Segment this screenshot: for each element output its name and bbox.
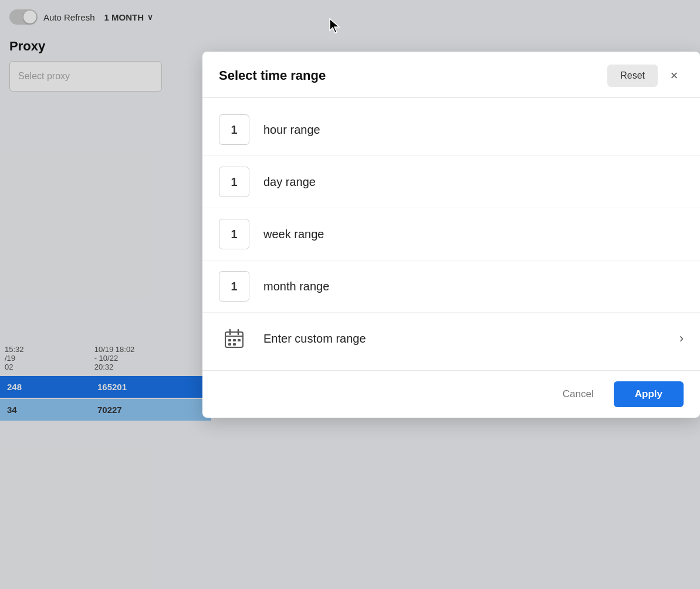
modal-title: Select time range xyxy=(219,68,326,83)
hour-range-label: hour range xyxy=(263,123,320,137)
month-range-label: month range xyxy=(263,280,329,293)
modal-header: Select time range Reset × xyxy=(202,52,700,98)
cancel-button[interactable]: Cancel xyxy=(552,382,604,406)
modal-body: 1 hour range 1 day range 1 week range 1 … xyxy=(202,98,700,370)
close-button[interactable]: × xyxy=(665,66,684,85)
hour-range-value[interactable]: 1 xyxy=(219,114,249,145)
svg-rect-7 xyxy=(228,343,231,346)
svg-rect-4 xyxy=(228,339,231,341)
hour-range-row[interactable]: 1 hour range xyxy=(202,104,700,156)
custom-range-content: Enter custom range › xyxy=(263,331,684,346)
svg-rect-6 xyxy=(238,339,241,341)
apply-button[interactable]: Apply xyxy=(614,381,684,407)
svg-rect-8 xyxy=(233,343,236,346)
svg-rect-5 xyxy=(233,339,236,341)
month-range-row[interactable]: 1 month range xyxy=(202,260,700,313)
day-range-value[interactable]: 1 xyxy=(219,167,249,197)
day-range-row[interactable]: 1 day range xyxy=(202,156,700,208)
week-range-label: week range xyxy=(263,228,324,241)
time-range-modal: Select time range Reset × 1 hour range 1… xyxy=(202,52,700,418)
modal-footer: Cancel Apply xyxy=(202,370,700,418)
reset-button[interactable]: Reset xyxy=(607,65,658,87)
calendar-icon xyxy=(219,323,249,354)
week-range-row[interactable]: 1 week range xyxy=(202,208,700,260)
custom-range-label: Enter custom range xyxy=(263,332,366,346)
custom-range-row[interactable]: Enter custom range › xyxy=(202,313,700,364)
week-range-value[interactable]: 1 xyxy=(219,219,249,249)
chevron-right-icon: › xyxy=(679,331,684,346)
modal-header-actions: Reset × xyxy=(607,65,684,87)
day-range-label: day range xyxy=(263,175,316,189)
month-range-value[interactable]: 1 xyxy=(219,271,249,302)
